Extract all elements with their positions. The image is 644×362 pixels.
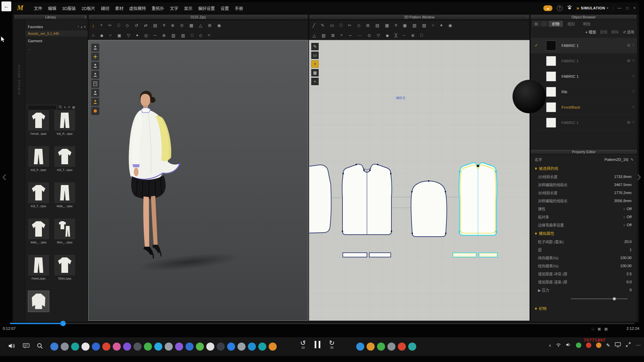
tool-icon[interactable]: ▤ bbox=[153, 23, 157, 28]
chat-icon[interactable] bbox=[23, 343, 30, 350]
tool-icon[interactable]: ○ bbox=[109, 33, 112, 38]
property-value[interactable]: 3467.5mm bbox=[614, 183, 632, 187]
property-row[interactable]: 2D线段长度 1733.8mm bbox=[531, 173, 637, 181]
add-icon[interactable]: + bbox=[77, 24, 79, 30]
tool-icon[interactable]: ─ bbox=[154, 33, 157, 38]
collapse-icon[interactable]: ◂ bbox=[85, 15, 86, 18]
search-icon[interactable] bbox=[37, 343, 43, 350]
object-browser-header[interactable]: ▫ Object Browser ▫ bbox=[530, 14, 637, 20]
menu-item[interactable]: 素材 bbox=[115, 5, 123, 11]
tool-icon[interactable]: ○ bbox=[432, 23, 434, 28]
tool-icon[interactable]: ≡ bbox=[163, 23, 165, 28]
property-row[interactable]: 弹性 ■ Off bbox=[531, 205, 637, 213]
tool-icon[interactable]: ▽ bbox=[127, 33, 130, 38]
expand-down-icon[interactable]: ▾ bbox=[84, 24, 86, 30]
menu-item[interactable]: 文字 bbox=[170, 5, 178, 11]
property-value[interactable]: Off bbox=[627, 215, 632, 219]
tool-icon[interactable]: ⊠ bbox=[331, 33, 334, 38]
notes-icon[interactable] bbox=[91, 80, 99, 88]
taskbar-app-icon[interactable] bbox=[248, 343, 256, 351]
tool-icon[interactable]: ╱ bbox=[313, 23, 315, 28]
tool-icon[interactable]: ◇ bbox=[199, 33, 202, 38]
tool-icon[interactable]: ▥ bbox=[171, 33, 175, 38]
tool-icon[interactable]: ┄ bbox=[403, 33, 406, 38]
library-item[interactable]: Kid_R...zpac bbox=[53, 110, 77, 146]
property-row[interactable]: 纬向缩率(%) 100.00 bbox=[531, 254, 637, 262]
library-item[interactable]: Male_...zpac bbox=[26, 218, 51, 254]
pattern-tool-icon[interactable]: ≈ bbox=[311, 78, 319, 85]
fabric-swatch[interactable] bbox=[546, 41, 556, 51]
menu-item[interactable]: 文件 bbox=[34, 5, 42, 11]
copy-fabric-button[interactable]: 复制 bbox=[600, 29, 607, 35]
fabric-row[interactable]: Front/Back □ bbox=[531, 100, 637, 115]
tool-icon[interactable]: △ bbox=[199, 23, 202, 28]
simulation-dropdown[interactable]: » SIMULATION ▾ bbox=[577, 5, 608, 11]
property-value[interactable]: 3556.8mm bbox=[614, 199, 632, 203]
taskbar-app-icon[interactable] bbox=[377, 343, 385, 351]
tab-button[interactable]: 纽扣 bbox=[564, 21, 578, 27]
fabric-swatch[interactable] bbox=[546, 87, 556, 97]
section-fabric[interactable]: ▼ 织物 bbox=[531, 304, 637, 313]
menu-item[interactable]: 偏好设置 bbox=[198, 5, 215, 11]
search-icon[interactable] bbox=[59, 105, 62, 109]
taskbar-app-icon[interactable] bbox=[227, 343, 235, 351]
tool-icon[interactable]: ✎ bbox=[321, 23, 324, 28]
section-selected-line[interactable]: ▼ 被选择的线 bbox=[531, 164, 637, 173]
display-icon[interactable] bbox=[615, 342, 621, 349]
taskbar-app-icon[interactable] bbox=[123, 343, 131, 351]
checkbox-icon[interactable]: ■ bbox=[624, 224, 625, 227]
tray-app-icon[interactable] bbox=[576, 343, 581, 348]
tool-icon[interactable]: ≈ bbox=[340, 33, 343, 38]
tool-icon[interactable]: ✂ bbox=[108, 23, 112, 28]
tray-volume-icon[interactable] bbox=[566, 342, 571, 348]
avatar-3d[interactable] bbox=[108, 90, 182, 265]
visibility-icon[interactable]: □ bbox=[632, 74, 634, 78]
add-fabric-button[interactable]: + 增加 bbox=[585, 29, 596, 35]
fabric-swatch[interactable] bbox=[546, 102, 556, 112]
avatar-skin-icon[interactable] bbox=[91, 89, 99, 97]
trim-tab-icon[interactable]: □ bbox=[541, 21, 547, 26]
property-value[interactable]: 100.00 bbox=[620, 256, 632, 260]
tool-icon[interactable]: ▭ bbox=[330, 23, 334, 28]
tray-app-icon[interactable] bbox=[596, 343, 601, 348]
delete-fabric-button[interactable]: 删除 bbox=[611, 29, 619, 35]
menu-item[interactable]: 缝纫 bbox=[101, 5, 109, 11]
taskbar-app-icon[interactable] bbox=[82, 343, 90, 351]
viewport-panel-header[interactable]: ▫ 0131.Zprj ▫ bbox=[88, 14, 308, 20]
library-item[interactable]: Pants.zpac bbox=[26, 254, 51, 291]
network-icon[interactable] bbox=[556, 342, 561, 348]
library-panel-header[interactable]: ▫ Library ◂ bbox=[14, 14, 88, 20]
collapse-up-icon[interactable]: ▴ bbox=[81, 24, 83, 30]
property-row[interactable]: 对称编辑的线段长 3556.8mm bbox=[531, 197, 637, 205]
taskbar-app-icon[interactable] bbox=[61, 343, 69, 351]
back-button[interactable]: ← bbox=[1, 1, 11, 11]
pressure-value[interactable]: 0 bbox=[630, 288, 632, 292]
menu-item[interactable]: 3D服装 bbox=[62, 5, 76, 11]
tool-icon[interactable]: ⊙ bbox=[180, 23, 183, 28]
skip-back-button[interactable]: ↺ 10 bbox=[300, 339, 306, 349]
menu-item[interactable]: 手册 bbox=[235, 5, 243, 11]
tool-icon[interactable]: ◉ bbox=[217, 23, 221, 28]
tool-icon[interactable]: □ bbox=[340, 23, 342, 28]
tool-icon[interactable]: ● bbox=[136, 33, 139, 38]
property-value[interactable]: 1 bbox=[630, 248, 632, 252]
import-arrow-icon[interactable]: ↓ bbox=[92, 22, 95, 28]
tool-icon[interactable]: ▦ bbox=[385, 23, 389, 28]
maximize-button[interactable]: □ bbox=[626, 6, 629, 10]
library-item[interactable]: Femal...zpac bbox=[26, 110, 51, 146]
menu-item[interactable]: 重拓扑 bbox=[152, 5, 164, 11]
taskbar-app-icon[interactable] bbox=[356, 343, 364, 351]
help-icon[interactable]: ? bbox=[557, 5, 562, 11]
tool-icon[interactable]: ⊙ bbox=[368, 33, 371, 38]
taskbar-app-icon[interactable] bbox=[165, 343, 173, 351]
annotate-pencil-icon[interactable]: ✎ bbox=[606, 343, 610, 348]
fabric-row[interactable]: FABRIC 1 ▤□ bbox=[531, 115, 637, 130]
checkbox-icon[interactable]: ■ bbox=[624, 216, 625, 219]
paw-icon[interactable] bbox=[567, 5, 572, 11]
taskbar-app-icon[interactable] bbox=[367, 343, 375, 351]
tool-icon[interactable]: ⊞ bbox=[366, 23, 370, 28]
pattern-2d-canvas[interactable]: ✎▭+▦≈ 460.0 bbox=[309, 40, 530, 321]
property-editor-header[interactable]: Property Editor bbox=[531, 149, 637, 155]
settings-icon[interactable]: ▣ bbox=[597, 327, 601, 331]
refresh-icon[interactable]: ↺ bbox=[68, 106, 70, 109]
